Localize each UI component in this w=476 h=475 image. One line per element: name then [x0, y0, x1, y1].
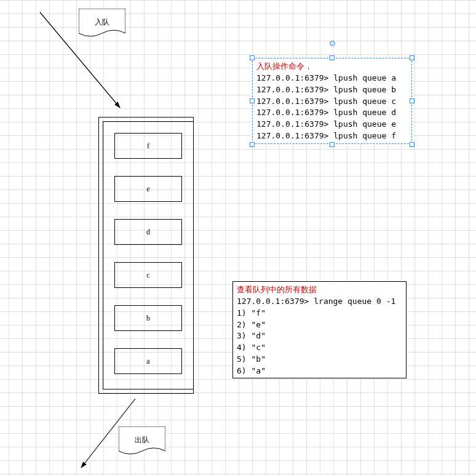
dequeue-arrow-icon [74, 394, 148, 474]
resize-handle-icon[interactable] [330, 142, 335, 147]
push-commands-box[interactable]: 入队操作命令， 127.0.0.1:6379> lpush queue a 12… [252, 58, 412, 144]
push-commands-line: 127.0.0.1:6379> lpush queue c [256, 97, 396, 106]
lrange-result: 6) "a" [237, 366, 266, 375]
resize-handle-icon[interactable] [410, 142, 415, 147]
stack-cell: f [114, 133, 182, 159]
lrange-result: 5) "b" [237, 354, 266, 364]
resize-handle-icon[interactable] [250, 55, 255, 60]
resize-handle-icon[interactable] [330, 55, 335, 60]
lrange-result: 1) "f" [237, 308, 266, 317]
svg-line-1 [81, 399, 135, 468]
push-commands-line: 127.0.0.1:6379> lpush queue d [256, 108, 396, 117]
lrange-box: 查看队列中的所有数据 127.0.0.1:6379> lrange queue … [232, 281, 407, 378]
push-commands-title: 入队操作命令， [256, 62, 312, 71]
resize-handle-icon[interactable] [410, 98, 415, 103]
lrange-title: 查看队列中的所有数据 [237, 285, 317, 294]
stack-cell: c [114, 262, 182, 288]
resize-handle-icon[interactable] [250, 98, 255, 103]
stack-inner: f e d c b a [103, 121, 194, 389]
lrange-result: 2) "e" [237, 320, 266, 329]
stack-cell: d [114, 219, 182, 245]
enqueue-arrow-icon [34, 6, 132, 117]
lrange-result: 3) "d" [237, 331, 266, 340]
stack-cell: e [114, 176, 182, 202]
lrange-result: 4) "c" [237, 343, 266, 352]
push-commands-line: 127.0.0.1:6379> lpush queue e [256, 119, 396, 129]
push-commands-line: 127.0.0.1:6379> lpush queue a [256, 73, 396, 82]
svg-line-0 [40, 12, 120, 108]
resize-handle-icon[interactable] [410, 55, 415, 60]
lrange-cmd: 127.0.0.1:6379> lrange queue 0 -1 [237, 297, 395, 306]
stack-cell: b [114, 305, 182, 331]
push-commands-line: 127.0.0.1:6379> lpush queue f [256, 131, 396, 140]
stack-cell: a [114, 348, 182, 374]
push-commands-line: 127.0.0.1:6379> lpush queue b [256, 85, 396, 94]
rotate-handle-icon[interactable] [330, 41, 335, 46]
resize-handle-icon[interactable] [250, 142, 255, 147]
